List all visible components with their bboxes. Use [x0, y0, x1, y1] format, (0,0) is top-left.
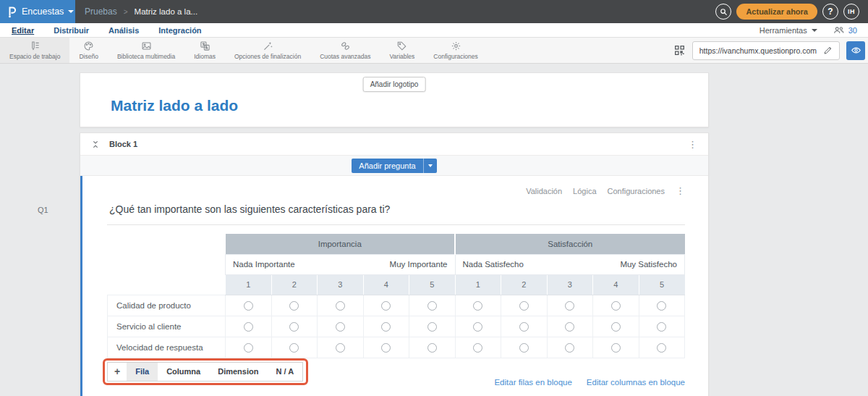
scale-point-header[interactable]: 3	[318, 274, 364, 295]
row-label[interactable]: Servicio al cliente	[108, 316, 226, 337]
add-question-dropdown-button[interactable]	[423, 159, 437, 173]
question-setting-configuraciones[interactable]: Configuraciones	[608, 187, 665, 195]
link-editar-filas-en-bloque[interactable]: Editar filas en bloque	[494, 378, 571, 387]
radio-button-icon[interactable]	[565, 322, 574, 332]
radio-cell[interactable]	[501, 295, 548, 316]
radio-cell[interactable]	[363, 337, 409, 358]
radio-button-icon[interactable]	[244, 301, 253, 311]
radio-button-icon[interactable]	[289, 301, 299, 311]
radio-cell[interactable]	[409, 337, 456, 358]
radio-cell[interactable]	[226, 337, 272, 358]
radio-button-icon[interactable]	[427, 322, 437, 332]
scale-point-header[interactable]: 1	[226, 274, 272, 295]
radio-button-icon[interactable]	[611, 322, 621, 332]
radio-cell[interactable]	[547, 337, 593, 358]
radio-cell[interactable]	[455, 316, 501, 337]
radio-button-icon[interactable]	[427, 301, 437, 311]
add-plus-icon[interactable]: +	[108, 363, 127, 381]
radio-cell[interactable]	[547, 295, 593, 316]
nav-tab-integracion[interactable]: Integración	[158, 26, 201, 35]
radio-cell[interactable]	[271, 295, 318, 316]
radio-cell[interactable]	[455, 337, 501, 358]
radio-button-icon[interactable]	[336, 301, 345, 311]
question-text[interactable]: ¿Qué tan importante son las siguientes c…	[107, 203, 685, 225]
block-name[interactable]: Block 1	[109, 140, 137, 148]
nav-tab-analisis[interactable]: Análisis	[109, 26, 139, 35]
block-menu-kebab-icon[interactable]: ⋮	[688, 140, 697, 149]
toolbar-item-espacio-de-trabajo[interactable]: Espacio de trabajo	[0, 38, 69, 63]
scale-point-header[interactable]: 4	[363, 274, 409, 295]
radio-cell[interactable]	[271, 316, 318, 337]
radio-cell[interactable]	[639, 295, 685, 316]
radio-button-icon[interactable]	[427, 343, 437, 353]
question-setting-validacion[interactable]: Validación	[526, 187, 562, 195]
radio-button-icon[interactable]	[657, 301, 666, 311]
toolbar-item-variables[interactable]: Variables	[380, 38, 425, 63]
toolbar-item-configuraciones[interactable]: Configuraciones	[424, 38, 487, 63]
radio-cell[interactable]	[409, 295, 456, 316]
toolbar-item-cuotas-avanzadas[interactable]: Cuotas avanzadas	[310, 38, 380, 63]
radio-cell[interactable]	[593, 295, 639, 316]
toolbar-item-idiomas[interactable]: Idiomas	[184, 38, 225, 63]
radio-cell[interactable]	[363, 295, 409, 316]
radio-button-icon[interactable]	[565, 301, 574, 311]
collaborators-button[interactable]: 30	[833, 25, 857, 35]
radio-cell[interactable]	[318, 295, 364, 316]
radio-button-icon[interactable]	[244, 322, 253, 332]
radio-cell[interactable]	[501, 337, 548, 358]
product-switcher[interactable]: Encuestas	[0, 0, 75, 23]
radio-button-icon[interactable]	[611, 301, 621, 311]
radio-button-icon[interactable]	[473, 343, 482, 353]
radio-cell[interactable]	[318, 316, 364, 337]
dimension-header-satisfaccion[interactable]: Satisfacción	[455, 234, 685, 254]
radio-cell[interactable]	[363, 316, 409, 337]
toolbar-item-biblioteca-multimedia[interactable]: Biblioteca multimedia	[108, 38, 184, 63]
radio-cell[interactable]	[409, 316, 456, 337]
scale-point-header[interactable]: 5	[639, 274, 685, 295]
radio-cell[interactable]	[593, 316, 639, 337]
radio-button-icon[interactable]	[519, 322, 529, 332]
radio-cell[interactable]	[318, 337, 364, 358]
radio-button-icon[interactable]	[381, 343, 391, 353]
radio-button-icon[interactable]	[381, 322, 391, 332]
radio-cell[interactable]	[226, 295, 272, 316]
question-setting-logica[interactable]: Lógica	[573, 187, 596, 195]
tools-dropdown[interactable]: Herramientas	[760, 26, 817, 35]
scale-point-header[interactable]: 1	[455, 274, 501, 295]
nav-tab-distribuir[interactable]: Distribuir	[54, 26, 89, 35]
radio-button-icon[interactable]	[519, 301, 529, 311]
radio-button-icon[interactable]	[381, 301, 391, 311]
radio-cell[interactable]	[639, 337, 685, 358]
preview-button[interactable]	[846, 41, 865, 60]
survey-url[interactable]: https://ivanchumx.questionpro.com	[699, 46, 817, 55]
help-button[interactable]: ?	[822, 4, 838, 20]
radio-cell[interactable]	[593, 337, 639, 358]
scale-point-header[interactable]: 5	[409, 274, 456, 295]
radio-button-icon[interactable]	[519, 343, 529, 353]
radio-cell[interactable]	[639, 316, 685, 337]
scale-point-header[interactable]: 2	[501, 274, 548, 295]
scale-point-header[interactable]: 3	[547, 274, 593, 295]
add-tab-fila[interactable]: Fila	[127, 363, 158, 381]
scale-point-header[interactable]: 4	[593, 274, 639, 295]
add-tab-dimension[interactable]: Dimension	[209, 363, 267, 381]
survey-title[interactable]: Matriz lado a lado	[111, 97, 238, 114]
avatar[interactable]: IH	[843, 4, 859, 20]
radio-button-icon[interactable]	[657, 322, 666, 332]
scale-labels-importancia[interactable]: Nada ImportanteMuy Importante	[226, 254, 456, 274]
question-menu-kebab-icon[interactable]: ⋮	[676, 186, 685, 195]
radio-button-icon[interactable]	[473, 322, 482, 332]
nav-tab-editar[interactable]: Editar	[12, 26, 34, 35]
edit-url-pencil-icon[interactable]	[823, 46, 833, 55]
radio-button-icon[interactable]	[565, 343, 574, 353]
scale-labels-satisfaccion[interactable]: Nada SatisfechoMuy Satisfecho	[455, 254, 685, 274]
radio-cell[interactable]	[271, 337, 318, 358]
add-tab-n-a[interactable]: N / A	[267, 363, 302, 381]
radio-button-icon[interactable]	[336, 322, 345, 332]
breadcrumb-folder[interactable]: Pruebas	[85, 7, 117, 17]
radio-button-icon[interactable]	[657, 343, 666, 353]
collapse-block-icon[interactable]	[91, 139, 100, 150]
radio-button-icon[interactable]	[473, 301, 482, 311]
scale-point-header[interactable]: 2	[271, 274, 318, 295]
toolbar-item-opciones-de-finalizacion[interactable]: Opciones de finalización	[225, 38, 310, 63]
